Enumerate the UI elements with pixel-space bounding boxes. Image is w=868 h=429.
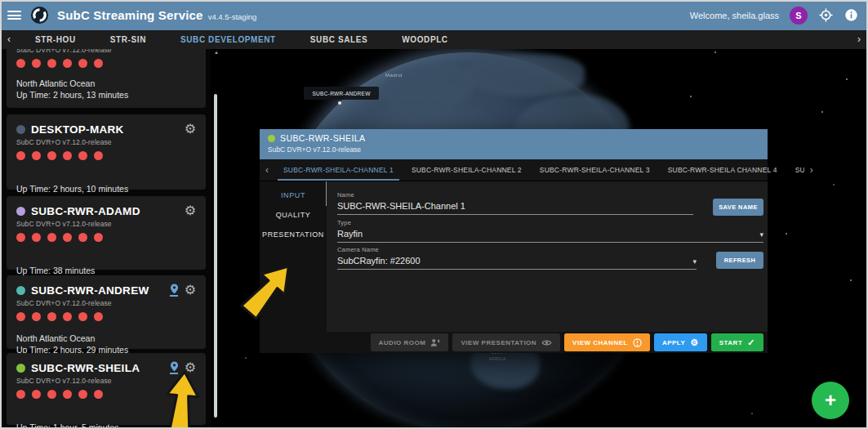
camera-name-field[interactable]: Camera Name SubCRayfin: #22600 ▾ <box>337 246 697 270</box>
nav-quality[interactable]: QUALITY <box>260 211 327 219</box>
start-button[interactable]: START ✓ <box>711 333 763 351</box>
star <box>821 111 823 113</box>
device-card-subc-rwr-adamd[interactable]: SUBC-RWR-ADAMD ⚙ SubC DVR+O v7.12.0-rele… <box>7 196 206 270</box>
gear-icon[interactable]: ⚙ <box>185 284 196 297</box>
sidebar-scrollbar[interactable] <box>214 94 217 418</box>
app-bar: SubC Streaming Service v4.4.5-staging We… <box>0 0 868 30</box>
check-icon: ✓ <box>747 338 755 347</box>
device-status-dot <box>16 207 25 216</box>
device-name: SUBC-RWR-ANDREW <box>31 284 149 297</box>
star <box>833 184 835 185</box>
org-tabs-back-icon[interactable]: ‹ <box>0 30 18 49</box>
alert-circle-icon <box>633 338 642 347</box>
channel-tab-bar: ‹ SUBC-RWR-SHEILA-CHANNEL 1 SUBC-RWR-SHE… <box>260 159 768 181</box>
device-name: DESKTOP-MARK <box>31 123 124 136</box>
refresh-button[interactable]: REFRESH <box>716 252 763 269</box>
tab-channel-4[interactable]: SUBC-RWR-SHEILA CHANNEL 4 <box>659 159 786 181</box>
person-audio-icon <box>430 338 440 347</box>
map-label-africa: AFRICA <box>489 356 506 361</box>
device-card-partial[interactable]: SubC DVR+O v7.12.0-release North Atlanti… <box>7 49 206 108</box>
star <box>850 279 852 281</box>
tab-str-hou[interactable]: STR-HOU <box>18 30 93 49</box>
globe-device-pin-label[interactable]: SUBC-RWR-ANDREW <box>304 87 379 100</box>
device-card-desktop-mark[interactable]: DESKTOP-MARK ⚙ SubC DVR+O v7.12.0-releas… <box>7 114 206 190</box>
welcome-text: Welcome, sheila.glass <box>690 11 779 20</box>
add-button[interactable]: + <box>812 382 849 419</box>
locate-icon[interactable] <box>818 8 833 23</box>
device-status-dot <box>16 286 25 295</box>
device-uptime: Up Time: 38 minutes <box>16 266 196 275</box>
subc-logo-icon <box>30 6 49 25</box>
device-uptime: Up Time: 2 hours, 10 minutes <box>16 184 196 194</box>
name-field-value[interactable]: SUBC-RWR-SHEILA-Channel 1 <box>337 201 465 211</box>
save-name-button[interactable]: SAVE NAME <box>713 199 763 216</box>
tab-channel-2[interactable]: SUBC-RWR-SHEILA-CHANNEL 2 <box>403 159 531 181</box>
tab-subc-sales[interactable]: SUBC SALES <box>293 30 385 49</box>
device-firmware: SubC DVR+O v7.12.0-release <box>16 49 196 54</box>
audio-room-button[interactable]: AUDIO ROOM <box>371 333 449 351</box>
input-settings-panel: Name SUBC-RWR-SHEILA-Channel 1 SAVE NAME… <box>327 181 768 332</box>
device-name: SUBC-RWR-ADAMD <box>31 205 140 217</box>
location-pin-icon[interactable] <box>170 284 179 297</box>
device-location: North Atlantic Ocean <box>16 78 196 88</box>
star <box>714 51 716 53</box>
gear-icon[interactable]: ⚙ <box>185 204 196 217</box>
dialog-subtitle: SubC DVR+O v7.12.0-release <box>268 145 759 154</box>
nav-input[interactable]: INPUT <box>260 191 327 199</box>
channel-tabs-forward-icon[interactable]: › <box>804 159 819 181</box>
globe-pin-marker-icon <box>338 101 341 105</box>
star <box>690 96 692 97</box>
tab-str-sin[interactable]: STR-SIN <box>93 30 163 49</box>
channel-status-dots <box>16 59 196 68</box>
star <box>245 357 247 359</box>
tab-woodplc[interactable]: WOODPLC <box>385 30 465 49</box>
app-title: SubC Streaming Service <box>57 8 203 22</box>
chevron-down-icon[interactable]: ▾ <box>759 231 763 239</box>
apply-button[interactable]: APPLY ⚙ <box>654 333 707 351</box>
tab-channel-1[interactable]: SUBC-RWR-SHEILA-CHANNEL 1 <box>274 159 403 181</box>
channel-status-dots <box>16 312 196 321</box>
type-field-value[interactable]: Rayfin <box>337 229 363 239</box>
org-tabs-forward-icon[interactable]: › <box>850 30 868 49</box>
star <box>846 78 848 80</box>
device-status-dot <box>16 125 25 134</box>
gear-icon: ⚙ <box>690 338 698 347</box>
device-firmware: SubC DVR+O v7.12.0-release <box>16 220 196 228</box>
info-icon[interactable] <box>844 8 858 23</box>
annotation-arrow-gear <box>159 368 206 429</box>
app-version: v4.4.5-staging <box>208 12 257 21</box>
camera-field-label: Camera Name <box>337 246 697 253</box>
camera-field-value[interactable]: SubCRayfin: #22600 <box>337 256 421 266</box>
chevron-down-icon[interactable]: ▾ <box>692 258 697 266</box>
dialog-status-dot <box>268 135 275 142</box>
name-field[interactable]: Name SUBC-RWR-SHEILA-Channel 1 <box>337 191 693 215</box>
dialog-title: SUBC-RWR-SHEILA <box>280 133 365 143</box>
eye-icon <box>541 339 552 346</box>
nav-presentation[interactable]: PRESENTATION <box>260 230 327 239</box>
view-channel-button[interactable]: VIEW CHANNEL <box>564 333 650 351</box>
view-presentation-button[interactable]: VIEW PRESENTATION <box>452 333 560 351</box>
channel-status-dots <box>16 151 196 160</box>
star <box>751 413 753 414</box>
tab-channel-5[interactable]: SUBC-RWR-S <box>786 159 804 181</box>
type-field-label: Type <box>337 219 763 226</box>
tab-subc-development[interactable]: SUBC DEVELOPMENT <box>163 30 293 49</box>
device-firmware: SubC DVR+O v7.12.0-release <box>16 299 196 307</box>
dialog-action-bar: AUDIO ROOM VIEW PRESENTATION VIEW C <box>371 333 763 351</box>
type-field[interactable]: Type Rayfin ▾ <box>337 219 763 243</box>
gear-icon[interactable]: ⚙ <box>185 123 196 136</box>
channel-tabs-back-icon[interactable]: ‹ <box>260 159 274 181</box>
avatar[interactable]: S <box>790 7 808 25</box>
tab-channel-3[interactable]: SUBC-RWR-SHEILA-CHANNEL 3 <box>531 159 659 181</box>
channel-status-dots <box>16 233 196 242</box>
device-settings-dialog: SUBC-RWR-SHEILA SubC DVR+O v7.12.0-relea… <box>260 129 768 353</box>
org-tab-bar: ‹ STR-HOU STR-SIN SUBC DEVELOPMENT SUBC … <box>0 30 868 49</box>
star <box>786 233 787 235</box>
menu-icon[interactable] <box>7 11 21 20</box>
device-name: SUBC-RWR-SHEILA <box>31 362 140 374</box>
map-label-madrid: Madrid <box>385 73 403 78</box>
device-card-subc-rwr-andrew[interactable]: SUBC-RWR-ANDREW ⚙ SubC DVR+O v7.12.0-rel… <box>7 275 206 349</box>
device-uptime: Up Time: 2 hours, 13 minutes <box>16 90 196 100</box>
dialog-header[interactable]: SUBC-RWR-SHEILA SubC DVR+O v7.12.0-relea… <box>260 129 768 159</box>
scrollbar-up-icon[interactable]: ▲ <box>214 50 219 55</box>
